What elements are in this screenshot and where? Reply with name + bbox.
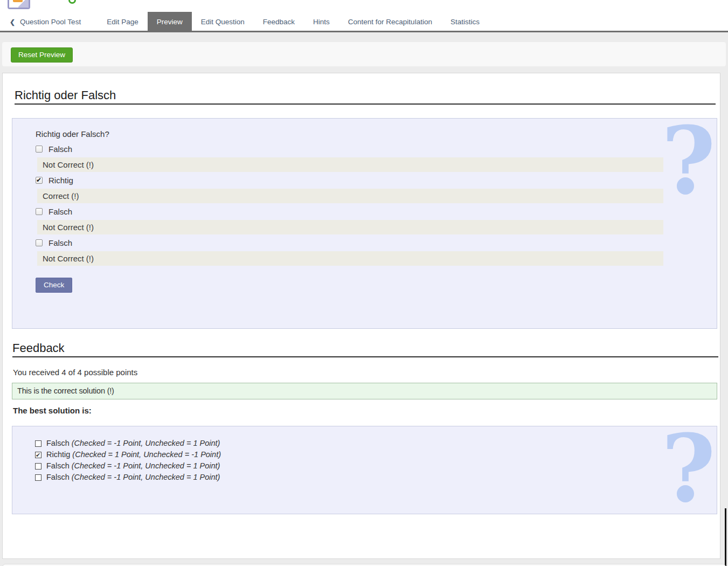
question-prompt: Richtig oder Falsch? xyxy=(36,129,717,139)
back-link-label: Question Pool Test xyxy=(20,18,81,26)
question-pool-document-icon[interactable] xyxy=(8,0,30,9)
solution-option-row: Falsch (Checked = -1 Point, Unchecked = … xyxy=(35,439,717,447)
tab-edit-page[interactable]: Edit Page xyxy=(98,12,148,32)
question-title: Richtig oder Falsch xyxy=(15,88,716,105)
solution-option-text: Richtig (Checked = 1 Point, Unchecked = … xyxy=(46,451,221,459)
tab-hints[interactable]: Hints xyxy=(304,12,339,32)
green-circle-status-icon xyxy=(68,0,76,4)
answer-checkbox[interactable] xyxy=(36,239,43,246)
answer-feedback-row: Correct (!) xyxy=(37,189,663,203)
answer-checkbox[interactable] xyxy=(36,146,43,153)
best-solution-panel: ? Falsch (Checked = -1 Point, Unchecked … xyxy=(12,426,717,514)
preview-toolbar: Reset Preview xyxy=(2,42,726,66)
answer-option-row: Falsch xyxy=(36,145,717,153)
right-edge-line xyxy=(725,508,726,566)
solution-points-note: (Checked = -1 Point, Unchecked = 1 Point… xyxy=(72,439,220,447)
solution-option-text: Falsch (Checked = -1 Point, Unchecked = … xyxy=(46,439,220,447)
answer-checkbox[interactable] xyxy=(36,208,43,215)
answer-checkbox[interactable] xyxy=(36,177,43,184)
tab-bar: Question Pool Test Edit Page Preview Edi… xyxy=(6,12,489,32)
solution-checkbox xyxy=(35,463,41,470)
answer-feedback-row: Not Correct (!) xyxy=(37,220,663,234)
tab-statistics[interactable]: Statistics xyxy=(441,12,489,32)
solution-checkbox xyxy=(35,440,41,447)
solution-option-row: Falsch (Checked = -1 Point, Unchecked = … xyxy=(35,473,717,481)
answer-feedback-row: Not Correct (!) xyxy=(37,251,663,266)
back-link-question-pool-test[interactable]: Question Pool Test xyxy=(6,12,90,32)
answer-label: Falsch xyxy=(48,239,72,247)
question-preview-panel: ? Richtig oder Falsch? Falsch Not Correc… xyxy=(12,118,717,329)
reset-preview-button[interactable]: Reset Preview xyxy=(11,47,73,63)
solution-option-label: Falsch xyxy=(46,461,70,470)
solution-option-text: Falsch (Checked = -1 Point, Unchecked = … xyxy=(46,473,220,481)
answer-label: Falsch xyxy=(48,145,72,153)
tab-preview[interactable]: Preview xyxy=(148,12,192,32)
header-bar: Question Pool Test Edit Page Preview Edi… xyxy=(0,0,728,32)
tab-feedback[interactable]: Feedback xyxy=(254,12,304,32)
answer-feedback-row: Not Correct (!) xyxy=(37,157,663,172)
answer-label: Richtig xyxy=(48,176,73,184)
tab-content-for-recapitulation[interactable]: Content for Recapitulation xyxy=(339,12,441,32)
content-container: Richtig oder Falsch ? Richtig oder Falsc… xyxy=(2,73,720,559)
check-button[interactable]: Check xyxy=(36,278,72,293)
solution-points-note: (Checked = 1 Point, Unchecked = -1 Point… xyxy=(72,450,221,459)
logo-orange-mark xyxy=(13,0,23,2)
solution-option-text: Falsch (Checked = -1 Point, Unchecked = … xyxy=(46,462,220,470)
solution-points-note: (Checked = -1 Point, Unchecked = 1 Point… xyxy=(72,473,220,481)
solution-option-row: Falsch (Checked = -1 Point, Unchecked = … xyxy=(35,462,717,470)
solution-option-row: Richtig (Checked = 1 Point, Unchecked = … xyxy=(35,451,717,459)
best-solution-label: The best solution is: xyxy=(13,406,92,415)
answer-option-row: Richtig xyxy=(36,176,717,184)
solution-checkbox xyxy=(35,474,41,481)
solution-option-label: Richtig xyxy=(46,450,70,459)
correct-solution-message: This is the correct solution (!) xyxy=(12,383,717,399)
feedback-section-title: Feedback xyxy=(12,341,718,357)
answer-option-row: Falsch xyxy=(36,208,717,216)
answer-option-row: Falsch xyxy=(36,239,717,247)
tab-edit-question[interactable]: Edit Question xyxy=(192,12,254,32)
solution-checkbox xyxy=(35,452,41,458)
footer-bar xyxy=(2,564,726,566)
solution-points-note: (Checked = -1 Point, Unchecked = 1 Point… xyxy=(72,461,220,470)
solution-option-label: Falsch xyxy=(46,473,70,481)
chevron-left-icon xyxy=(10,18,15,26)
solution-option-label: Falsch xyxy=(46,439,70,447)
answer-label: Falsch xyxy=(48,208,72,216)
points-received-text: You received 4 of 4 possible points xyxy=(13,368,137,377)
